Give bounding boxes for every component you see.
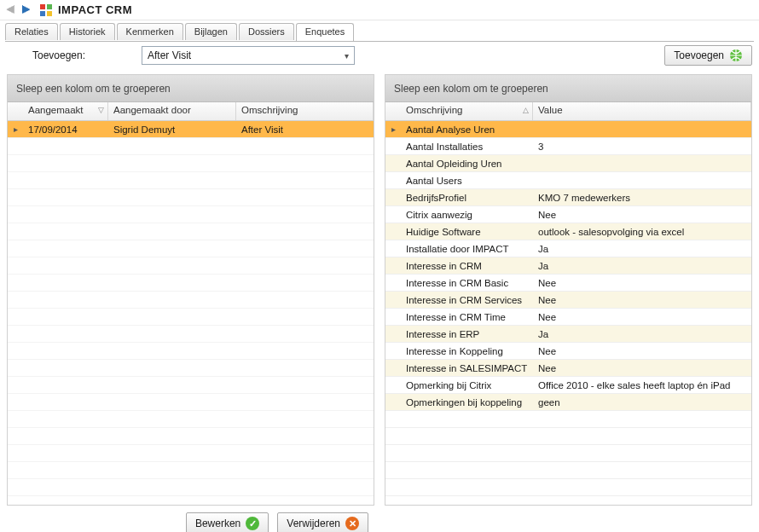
table-row[interactable]: Opmerkingen bij koppelinggeen (385, 394, 751, 411)
app-icon (39, 3, 53, 17)
empty-row (8, 326, 374, 343)
col-omschrijving-right[interactable]: Omschrijving △ (401, 102, 533, 120)
row-indicator-icon: ▸ (8, 124, 23, 134)
left-col-headers: Aangemaakt ▽ Aangemaakt door Omschrijvin… (8, 102, 374, 121)
tab-relaties[interactable]: Relaties (5, 23, 58, 40)
empty-row (8, 496, 374, 505)
table-row[interactable]: Opmerking bij CitrixOffice 2010 - elke s… (385, 377, 751, 394)
right-group-bar[interactable]: Sleep een kolom om te groeperen (385, 75, 751, 102)
cell-key: Interesse in Koppeling (401, 344, 533, 358)
table-row[interactable]: Aantal Opleiding Uren (385, 155, 751, 172)
col-omschrijving-left[interactable]: Omschrijving (236, 102, 374, 120)
table-row[interactable]: Interesse in CRM ServicesNee (385, 292, 751, 309)
empty-row (8, 223, 374, 240)
table-row[interactable]: Interesse in KoppelingNee (385, 343, 751, 360)
empty-row (385, 496, 751, 505)
cell-value: Nee (533, 276, 751, 290)
close-icon: ✕ (345, 517, 359, 530)
enquete-type-dropdown[interactable]: After Visit ▾ (142, 46, 355, 65)
title-bar: ⯇ ⯈ IMPACT CRM (0, 0, 759, 20)
cell-value: Nee (533, 344, 751, 358)
cell-value: Ja (533, 242, 751, 256)
nav-back-icon[interactable]: ⯇ (5, 4, 17, 16)
table-row[interactable]: Huidige Softwareoutlook - salesopvolging… (385, 223, 751, 240)
right-grid-body[interactable]: ▸Aantal Analyse UrenAantal Installaties3… (385, 121, 751, 505)
table-row[interactable]: Installatie door IMPACTJa (385, 240, 751, 257)
empty-row (385, 428, 751, 445)
empty-row (8, 428, 374, 445)
empty-row (8, 309, 374, 326)
tab-enquetes[interactable]: Enquetes (296, 23, 354, 41)
table-row[interactable]: Interesse in SALESIMPACTNee (385, 360, 751, 377)
globe-icon (729, 49, 743, 62)
row-handle-header (385, 102, 401, 120)
nav-forward-icon[interactable]: ⯈ (20, 4, 32, 16)
cell-date: 17/09/2014 (23, 123, 108, 136)
panels: Sleep een kolom om te groeperen Aangemaa… (0, 69, 759, 509)
cell-key: Aantal Opleiding Uren (401, 157, 533, 171)
empty-row (8, 411, 374, 428)
table-row[interactable]: Citrix aanwezigNee (385, 206, 751, 223)
cell-value: outlook - salesopvolging via excel (533, 225, 751, 239)
empty-row (8, 275, 374, 292)
table-row[interactable]: Interesse in ERPJa (385, 326, 751, 343)
table-row[interactable]: ▸Aantal Analyse Uren (385, 121, 751, 138)
window-title: IMPACT CRM (58, 3, 132, 16)
tab-dossiers[interactable]: Dossiers (239, 23, 294, 40)
empty-row (8, 172, 374, 189)
empty-row (8, 257, 374, 275)
delete-button-label: Verwijderen (287, 518, 340, 529)
cell-key: Installatie door IMPACT (401, 242, 533, 256)
cell-value: geen (533, 396, 751, 409)
col-aangemaakt[interactable]: Aangemaakt ▽ (23, 102, 108, 120)
cell-value: Office 2010 - elke sales heeft laptop én… (533, 379, 751, 392)
row-handle-header (8, 102, 23, 120)
cell-value: KMO 7 medewerkers (533, 191, 751, 205)
empty-row (385, 411, 751, 428)
table-row[interactable]: Aantal Users (385, 172, 751, 189)
cell-value: Ja (533, 259, 751, 273)
cell-desc: After Visit (236, 123, 374, 136)
cell-key: Huidige Software (401, 225, 533, 239)
empty-row (385, 462, 751, 479)
empty-row (8, 155, 374, 172)
cell-key: Interesse in CRM Services (401, 293, 533, 307)
check-icon: ✓ (246, 517, 259, 530)
svg-rect-3 (47, 11, 52, 16)
tab-strip: Relaties Historiek Kenmerken Bijlagen Do… (0, 20, 759, 41)
empty-row (8, 377, 374, 394)
table-row[interactable]: Interesse in CRM BasicNee (385, 275, 751, 292)
left-grid-body[interactable]: ▸ 17/09/2014 Sigrid Demuyt After Visit (8, 121, 374, 505)
empty-row (8, 360, 374, 377)
cell-value: Nee (533, 293, 751, 307)
row-indicator-icon: ▸ (385, 124, 401, 134)
table-row[interactable]: Interesse in CRM TimeNee (385, 309, 751, 326)
dropdown-value: After Visit (148, 49, 191, 61)
left-group-bar[interactable]: Sleep een kolom om te groeperen (8, 75, 374, 102)
table-row[interactable]: ▸ 17/09/2014 Sigrid Demuyt After Visit (8, 121, 374, 138)
empty-row (8, 343, 374, 360)
tab-bijlagen[interactable]: Bijlagen (185, 23, 237, 40)
cell-value: Ja (533, 327, 751, 341)
table-row[interactable]: Interesse in CRMJa (385, 257, 751, 275)
col-aangemaakt-door[interactable]: Aangemaakt door (108, 102, 236, 120)
cell-key: Interesse in SALESIMPACT (401, 361, 533, 375)
empty-row (8, 189, 374, 206)
add-button[interactable]: Toevoegen (664, 45, 752, 66)
cell-key: Interesse in ERP (401, 327, 533, 341)
edit-button[interactable]: Bewerken ✓ (186, 512, 269, 532)
col-value[interactable]: Value (533, 102, 751, 120)
edit-button-label: Bewerken (195, 518, 240, 529)
empty-row (8, 479, 374, 496)
empty-row (385, 445, 751, 462)
table-row[interactable]: BedrijfsProfielKMO 7 medewerkers (385, 189, 751, 206)
tab-historiek[interactable]: Historiek (60, 23, 115, 40)
table-row[interactable]: Aantal Installaties3 (385, 138, 751, 155)
right-panel: Sleep een kolom om te groeperen Omschrij… (385, 74, 752, 506)
tab-kenmerken[interactable]: Kenmerken (117, 23, 183, 40)
cell-value: Nee (533, 208, 751, 222)
delete-button[interactable]: Verwijderen ✕ (277, 512, 368, 532)
cell-key: Aantal Analyse Uren (401, 123, 533, 136)
cell-value: Nee (533, 361, 751, 375)
add-button-label: Toevoegen (674, 49, 724, 61)
